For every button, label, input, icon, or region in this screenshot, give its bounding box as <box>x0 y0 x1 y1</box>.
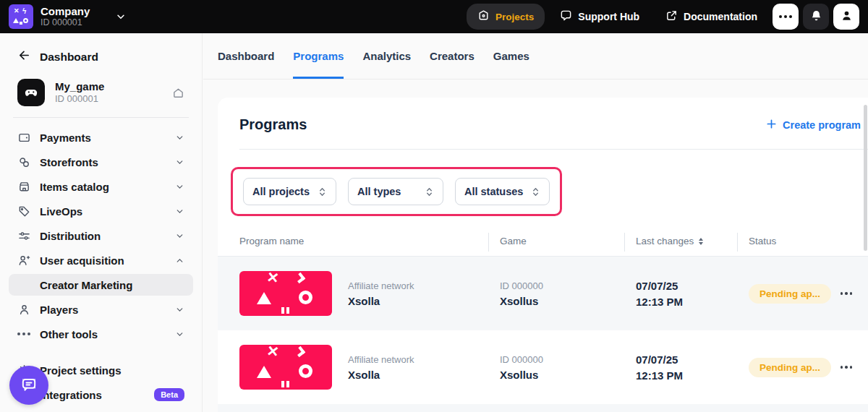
game-name: Xsollus <box>500 295 624 307</box>
tab-programs[interactable]: Programs <box>293 33 344 79</box>
tab-analytics[interactable]: Analytics <box>362 33 411 79</box>
program-thumbnail-xsolla-logo: ✕ <box>239 271 332 316</box>
sidebar-item-storefronts[interactable]: Storefronts <box>0 150 202 174</box>
account-button[interactable] <box>833 4 859 30</box>
chevron-updown-icon <box>425 186 434 197</box>
sidebar-divider <box>13 117 189 118</box>
column-program-name: Program name <box>218 236 488 246</box>
program-cell: ✕ Affiliate network Xsolla <box>218 345 488 390</box>
filter-projects-value: All projects <box>252 186 310 197</box>
programs-card: Programs Create program All projects <box>218 98 868 412</box>
sidebar-item-players[interactable]: Players <box>0 297 202 322</box>
chevron-down-icon[interactable] <box>116 12 126 22</box>
external-link-icon <box>665 9 678 24</box>
tag-icon <box>17 205 30 218</box>
company-switcher[interactable]: ✕ϟ Company ID 000001 <box>9 4 126 29</box>
home-icon[interactable] <box>172 87 184 99</box>
projects-button[interactable]: Projects <box>467 4 545 30</box>
program-cell: ✕ Affiliate network Xsolla <box>218 271 488 316</box>
sidebar-item-label: LiveOps <box>40 205 82 218</box>
change-time: 12:13 PM <box>636 296 737 308</box>
plus-icon <box>766 119 777 132</box>
chat-bubble-icon <box>560 9 572 24</box>
sidebar-item-label: Distribution <box>40 230 101 242</box>
wallet-icon <box>17 132 30 144</box>
more-apps-button[interactable] <box>773 4 799 30</box>
back-to-dashboard[interactable]: Dashboard <box>0 46 202 67</box>
support-hub-label: Support Hub <box>578 11 639 22</box>
sidebar-item-label: Project settings <box>40 364 122 377</box>
app-window: ✕ϟ Company ID 000001 Projects <box>0 0 868 412</box>
program-name: Xsolla <box>348 295 414 307</box>
sidebar-item-label: Integrations <box>40 389 102 401</box>
filter-projects-select[interactable]: All projects <box>243 178 336 205</box>
sidebar-item-items-catalog[interactable]: Items catalog <box>0 174 202 199</box>
back-label: Dashboard <box>40 51 98 64</box>
sidebar-item-label: Storefronts <box>40 156 98 168</box>
chevron-updown-icon <box>318 186 327 197</box>
filter-types-select[interactable]: All types <box>348 178 443 205</box>
sidebar-item-creator-marketing[interactable]: Creator Marketing <box>9 274 193 296</box>
projects-icon <box>477 9 490 24</box>
row-menu-button[interactable] <box>839 289 854 298</box>
vertical-scrollbar[interactable] <box>864 105 867 251</box>
game-cell: ID 000000 Xsollus <box>488 280 624 307</box>
create-program-button[interactable]: Create program <box>766 119 861 132</box>
sidebar-item-label: Players <box>40 304 78 316</box>
support-hub-button[interactable]: Support Hub <box>549 4 650 30</box>
sidebar: Dashboard My_game ID 000001 Payments <box>0 33 203 412</box>
program-thumbnail-xsolla-logo: ✕ <box>239 345 332 390</box>
table-row-partial <box>218 404 868 412</box>
documentation-label: Documentation <box>684 11 757 22</box>
change-date: 07/07/25 <box>636 353 737 366</box>
project-switcher[interactable]: My_game ID 000001 <box>17 79 184 106</box>
company-id: ID 000001 <box>41 17 90 27</box>
ellipsis-icon <box>779 15 792 18</box>
program-name: Xsolla <box>348 369 414 381</box>
notifications-button[interactable] <box>803 4 829 30</box>
top-bar: ✕ϟ Company ID 000001 Projects <box>0 0 868 33</box>
bell-icon <box>810 9 822 24</box>
company-logo-icon: ✕ϟ <box>9 4 33 29</box>
chat-fab-button[interactable] <box>9 366 48 405</box>
chevron-updown-icon <box>531 186 540 197</box>
row-menu-button[interactable] <box>839 363 854 372</box>
ellipsis-icon <box>17 332 30 335</box>
sidebar-item-payments[interactable]: Payments <box>0 125 202 150</box>
last-changes-cell: 07/07/25 12:13 PM <box>624 353 737 382</box>
sidebar-item-user-acquisition[interactable]: User acquisition <box>0 248 202 272</box>
sidebar-item-other-tools[interactable]: Other tools <box>0 322 202 346</box>
sidebar-item-label: Items catalog <box>40 181 109 193</box>
status-badge: Pending ap... <box>749 358 831 377</box>
chevron-down-icon <box>175 207 184 216</box>
documentation-button[interactable]: Documentation <box>655 4 768 30</box>
sidebar-item-liveops[interactable]: LiveOps <box>0 199 202 223</box>
sidebar-item-label: Payments <box>40 132 91 144</box>
gamepad-icon <box>17 79 45 106</box>
filter-statuses-select[interactable]: All statuses <box>455 178 550 205</box>
table-row[interactable]: ✕ Affiliate network Xsolla ID 000000 Xso… <box>218 257 868 330</box>
column-game: Game <box>488 236 624 246</box>
status-cell: Pending ap... <box>737 284 868 304</box>
program-type: Affiliate network <box>348 280 414 291</box>
column-status: Status <box>737 236 868 246</box>
project-id: ID 000001 <box>55 93 104 105</box>
person-plus-icon <box>17 254 30 267</box>
game-name: Xsollus <box>500 369 624 381</box>
status-badge: Pending ap... <box>749 284 831 304</box>
chevron-down-icon <box>175 133 184 142</box>
beta-badge: Beta <box>154 388 184 401</box>
coins-icon <box>17 156 30 168</box>
tab-games[interactable]: Games <box>493 33 529 79</box>
arrow-left-icon <box>17 49 30 64</box>
table-row[interactable]: ✕ Affiliate network Xsolla ID 000000 Xso… <box>218 330 868 404</box>
sidebar-item-distribution[interactable]: Distribution <box>0 223 202 248</box>
column-last-changes[interactable]: Last changes <box>624 236 737 246</box>
change-time: 12:13 PM <box>636 369 737 382</box>
tab-creators[interactable]: Creators <box>430 33 475 79</box>
chevron-down-icon <box>175 158 184 167</box>
tab-dashboard[interactable]: Dashboard <box>218 33 274 79</box>
status-cell: Pending ap... <box>737 358 868 377</box>
company-info: Company ID 000001 <box>41 5 90 28</box>
create-program-label: Create program <box>783 119 861 131</box>
